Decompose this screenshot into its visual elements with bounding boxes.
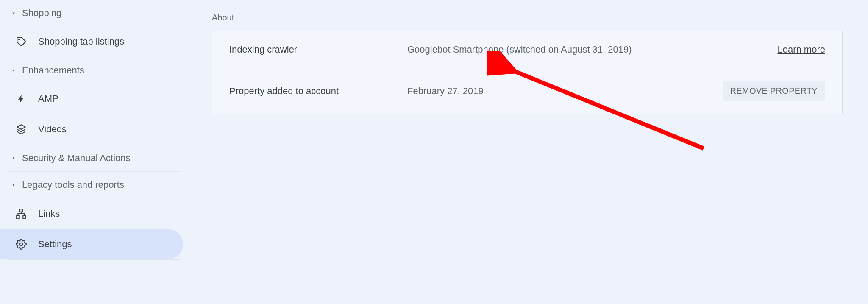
sidebar-section-legacy[interactable]: Legacy tools and reports — [0, 172, 186, 198]
sidebar-item-shopping-tab-listings[interactable]: Shopping tab listings — [0, 26, 186, 57]
row-value: February 27, 2019 — [407, 86, 723, 97]
svg-point-4 — [20, 243, 23, 246]
sidebar-section-label: Legacy tools and reports — [22, 179, 124, 190]
svg-rect-3 — [23, 215, 26, 218]
sidebar-item-label: Videos — [38, 124, 67, 135]
sidebar-item-label: Links — [38, 208, 60, 219]
sidebar-section-label: Shopping — [22, 8, 61, 19]
sidebar-item-label: Settings — [38, 239, 72, 250]
row-label: Indexing crawler — [229, 44, 407, 55]
sidebar-section-security[interactable]: Security & Manual Actions — [0, 145, 186, 171]
remove-property-button[interactable]: REMOVE PROPERTY — [723, 81, 825, 101]
sitemap-icon — [15, 208, 27, 220]
row-label: Property added to account — [229, 86, 407, 97]
tag-icon — [15, 36, 27, 47]
svg-rect-2 — [17, 215, 19, 218]
chevron-down-icon — [10, 10, 17, 17]
layers-icon — [15, 123, 27, 135]
sidebar-item-links[interactable]: Links — [0, 198, 186, 229]
bolt-icon — [15, 93, 27, 105]
gear-icon — [15, 238, 27, 250]
sidebar: Shopping Shopping tab listings Enhanceme… — [0, 0, 186, 304]
sidebar-item-label: AMP — [38, 93, 58, 104]
sidebar-item-videos[interactable]: Videos — [0, 114, 186, 145]
sidebar-section-shopping[interactable]: Shopping — [0, 0, 186, 26]
chevron-down-icon — [10, 67, 17, 74]
main-content: About Indexing crawler Googlebot Smartph… — [186, 0, 868, 304]
sidebar-section-label: Enhancements — [22, 65, 84, 76]
svg-point-0 — [19, 39, 19, 40]
row-value: Googlebot Smartphone (switched on August… — [407, 44, 777, 55]
chevron-right-icon — [10, 181, 17, 188]
chevron-right-icon — [10, 155, 17, 162]
divider — [7, 259, 180, 260]
row-indexing-crawler: Indexing crawler Googlebot Smartphone (s… — [212, 31, 842, 68]
sidebar-item-amp[interactable]: AMP — [0, 84, 186, 114]
sidebar-item-label: Shopping tab listings — [38, 36, 124, 47]
row-property-added: Property added to account February 27, 2… — [212, 68, 842, 114]
svg-rect-1 — [20, 209, 23, 212]
sidebar-section-enhancements[interactable]: Enhancements — [0, 57, 186, 84]
sidebar-item-settings[interactable]: Settings — [0, 229, 183, 259]
about-card: Indexing crawler Googlebot Smartphone (s… — [212, 31, 843, 114]
sidebar-section-label: Security & Manual Actions — [22, 153, 131, 164]
section-title: About — [212, 13, 843, 22]
learn-more-link[interactable]: Learn more — [777, 44, 825, 55]
